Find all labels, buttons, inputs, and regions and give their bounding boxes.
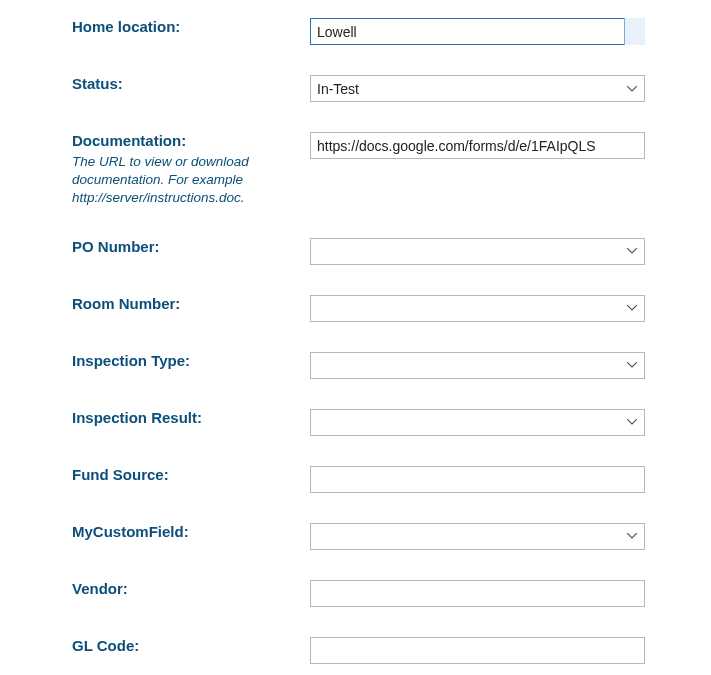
documentation-input[interactable] xyxy=(310,132,645,159)
status-select[interactable]: In-Test xyxy=(310,75,645,102)
label-status: Status: xyxy=(72,75,290,92)
label-my-custom-field: MyCustomField: xyxy=(72,523,290,540)
label-fund-source: Fund Source: xyxy=(72,466,290,483)
gl-code-input[interactable] xyxy=(310,637,645,664)
my-custom-field-select[interactable] xyxy=(310,523,645,550)
vendor-input[interactable] xyxy=(310,580,645,607)
row-documentation: Documentation: The URL to view or downlo… xyxy=(72,132,711,208)
row-fund-source: Fund Source: xyxy=(72,466,711,493)
help-documentation: The URL to view or download documentatio… xyxy=(72,153,290,208)
label-gl-code: GL Code: xyxy=(72,637,290,654)
row-vendor: Vendor: xyxy=(72,580,711,607)
row-inspection-type: Inspection Type: xyxy=(72,352,711,379)
row-po-number: PO Number: xyxy=(72,238,711,265)
row-status: Status: In-Test xyxy=(72,75,711,102)
po-number-select[interactable] xyxy=(310,238,645,265)
label-po-number: PO Number: xyxy=(72,238,290,255)
label-inspection-type: Inspection Type: xyxy=(72,352,290,369)
home-location-select[interactable]: Lowell xyxy=(310,18,645,45)
row-room-number: Room Number: xyxy=(72,295,711,322)
room-number-select[interactable] xyxy=(310,295,645,322)
row-my-custom-field: MyCustomField: xyxy=(72,523,711,550)
row-gl-code: GL Code: xyxy=(72,637,711,664)
fund-source-input[interactable] xyxy=(310,466,645,493)
inspection-result-select[interactable] xyxy=(310,409,645,436)
label-room-number: Room Number: xyxy=(72,295,290,312)
row-home-location: Home location: Lowell xyxy=(72,18,711,45)
label-documentation: Documentation: xyxy=(72,132,290,149)
label-vendor: Vendor: xyxy=(72,580,290,597)
row-inspection-result: Inspection Result: xyxy=(72,409,711,436)
inspection-type-select[interactable] xyxy=(310,352,645,379)
label-inspection-result: Inspection Result: xyxy=(72,409,290,426)
label-home-location: Home location: xyxy=(72,18,290,35)
